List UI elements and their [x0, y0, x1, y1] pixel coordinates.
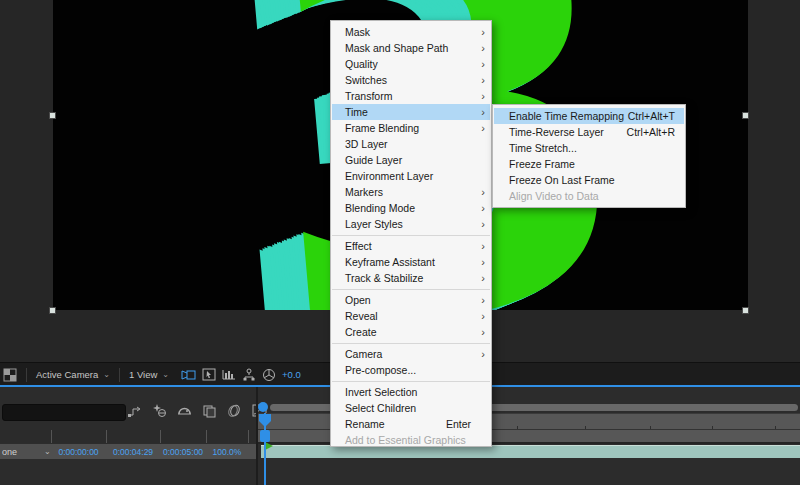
submenu-item[interactable]: Enable Time Remapping Ctrl+Alt+T: [494, 108, 684, 124]
menu-item-label: Markers: [345, 186, 383, 198]
submenu-arrow-icon: ›: [475, 348, 485, 360]
grid-options-icon[interactable]: [3, 368, 17, 382]
exposure-value[interactable]: +0.0: [282, 369, 301, 380]
shutter-icon[interactable]: [262, 368, 276, 382]
panel-divider[interactable]: [256, 387, 258, 485]
menu-item[interactable]: Blending Mode ›: [332, 200, 490, 216]
menu-item-label: Environment Layer: [345, 170, 433, 182]
menu-item[interactable]: Add to Essential Graphics ›: [332, 432, 490, 448]
composition-mini-flowchart-icon[interactable]: [127, 403, 142, 418]
menu-item-label: Transform: [345, 90, 392, 102]
menu-item[interactable]: Create ›: [332, 324, 490, 344]
motion-blur-icon[interactable]: [227, 403, 242, 418]
navigator-handle[interactable]: [258, 402, 268, 412]
submenu-arrow-icon: ›: [475, 106, 485, 118]
submenu-arrow-icon: ›: [475, 272, 485, 284]
keyframe-marker[interactable]: [265, 442, 273, 450]
menu-item[interactable]: Keyframe Assistant ›: [332, 254, 490, 270]
submenu-arrow-icon: ›: [475, 186, 485, 198]
submenu-item-label: Align Video to Data: [509, 190, 599, 202]
menu-item[interactable]: Layer Styles ›: [332, 216, 490, 236]
menu-item[interactable]: Track & Stabilize ›: [332, 270, 490, 290]
duration-value[interactable]: 0:00:05:00: [160, 447, 206, 457]
submenu-arrow-icon: ›: [475, 256, 485, 268]
menu-item-label: Guide Layer: [345, 154, 402, 166]
column-view-icon[interactable]: [222, 368, 236, 381]
stretch-value[interactable]: 100.0%: [206, 447, 248, 457]
view-layout-label: 1 View: [129, 369, 157, 380]
submenu-arrow-icon: ›: [475, 218, 485, 230]
camera-view-dropdown[interactable]: Active Camera ⌄: [32, 369, 114, 380]
menu-item[interactable]: Mask and Shape Path ›: [332, 40, 490, 56]
menu-item[interactable]: Pre-compose... ›: [332, 362, 490, 382]
selection-handle-left[interactable]: [49, 112, 56, 119]
chevron-down-icon[interactable]: ⌄: [44, 447, 51, 456]
menu-item-label: Create: [345, 326, 377, 338]
submenu-arrow-icon: ›: [475, 240, 485, 252]
menu-item[interactable]: Rename Enter ›: [332, 416, 490, 432]
menu-item[interactable]: Transform ›: [332, 88, 490, 104]
frame-blending-icon[interactable]: [202, 403, 217, 418]
selection-handle-bottom-left[interactable]: [49, 307, 56, 314]
flowchart-icon[interactable]: [242, 368, 256, 381]
submenu-item-label: Freeze On Last Frame: [509, 174, 615, 186]
in-value[interactable]: 0:00:00:00: [51, 447, 106, 457]
timeline-search-input[interactable]: [2, 404, 126, 421]
parent-link-value[interactable]: one: [2, 447, 17, 457]
menu-item-label: Track & Stabilize: [345, 272, 423, 284]
menu-item[interactable]: Invert Selection ›: [332, 384, 490, 400]
submenu-item-label: Enable Time Remapping: [509, 110, 624, 122]
menu-item-label: Quality: [345, 58, 378, 70]
out-value[interactable]: 0:00:04:29: [106, 447, 160, 457]
submenu-item[interactable]: Time Stretch...: [494, 140, 684, 156]
menu-item[interactable]: Open ›: [332, 292, 490, 308]
submenu-item[interactable]: Freeze On Last Frame: [494, 172, 684, 188]
menu-item-label: Keyframe Assistant: [345, 256, 435, 268]
layer-properties-row: one ⌄ 0:00:00:00 0:00:04:29 0:00:05:00 1…: [0, 444, 256, 459]
camera-wireframe-icon[interactable]: [181, 368, 196, 381]
chevron-down-icon: ⌄: [162, 370, 169, 379]
submenu-item-shortcut: Ctrl+Alt+T: [628, 110, 679, 122]
menu-item[interactable]: Reveal ›: [332, 308, 490, 324]
submenu-arrow-icon: ›: [475, 90, 485, 102]
menu-item[interactable]: Environment Layer ›: [332, 168, 490, 184]
shy-icon[interactable]: [177, 403, 192, 418]
menu-item-label: Pre-compose...: [345, 364, 416, 376]
submenu-item[interactable]: Align Video to Data: [494, 188, 684, 204]
submenu-item[interactable]: Time-Reverse Layer Ctrl+Alt+R: [494, 124, 684, 140]
menu-item[interactable]: Effect ›: [332, 238, 490, 254]
view-layout-dropdown[interactable]: 1 View ⌄: [125, 369, 173, 380]
submenu-arrow-icon: ›: [475, 122, 485, 134]
menu-item[interactable]: 3D Layer ›: [332, 136, 490, 152]
menu-item[interactable]: Markers ›: [332, 184, 490, 200]
submenu-arrow-icon: ›: [475, 202, 485, 214]
submenu-item-label: Freeze Frame: [509, 158, 575, 170]
menu-item[interactable]: Select Children ›: [332, 400, 490, 416]
menu-item[interactable]: Time ›: [332, 104, 490, 120]
menu-item-label: Reveal: [345, 310, 378, 322]
draft-3d-icon[interactable]: [152, 403, 167, 418]
selection-handle-right[interactable]: [742, 112, 749, 119]
timeline-toolbar-icons: [127, 403, 267, 418]
submenu-arrow-icon: ›: [475, 26, 485, 38]
menu-item[interactable]: Mask ›: [332, 24, 490, 40]
menu-item-label: Rename: [345, 418, 385, 430]
menu-item[interactable]: Camera ›: [332, 346, 490, 362]
menu-item[interactable]: Frame Blending ›: [332, 120, 490, 136]
menu-item-label: Effect: [345, 240, 372, 252]
submenu-item-label: Time-Reverse Layer: [509, 126, 604, 138]
submenu-arrow-icon: ›: [475, 326, 485, 338]
region-of-interest-icon[interactable]: [202, 368, 216, 381]
submenu-arrow-icon: ›: [475, 74, 485, 86]
playhead-icon[interactable]: [258, 413, 272, 428]
submenu-item[interactable]: Freeze Frame: [494, 156, 684, 172]
menu-item-label: Select Children: [345, 402, 416, 414]
selection-handle-bottom-right[interactable]: [742, 307, 749, 314]
menu-item[interactable]: Switches ›: [332, 72, 490, 88]
menu-item[interactable]: Guide Layer ›: [332, 152, 490, 168]
menu-item-label: Layer Styles: [345, 218, 403, 230]
camera-view-label: Active Camera: [36, 369, 98, 380]
after-effects-window: 3 Active Camera ⌄ 1 View ⌄: [0, 0, 800, 485]
menu-item[interactable]: Quality ›: [332, 56, 490, 72]
menu-item-label: Invert Selection: [345, 386, 417, 398]
